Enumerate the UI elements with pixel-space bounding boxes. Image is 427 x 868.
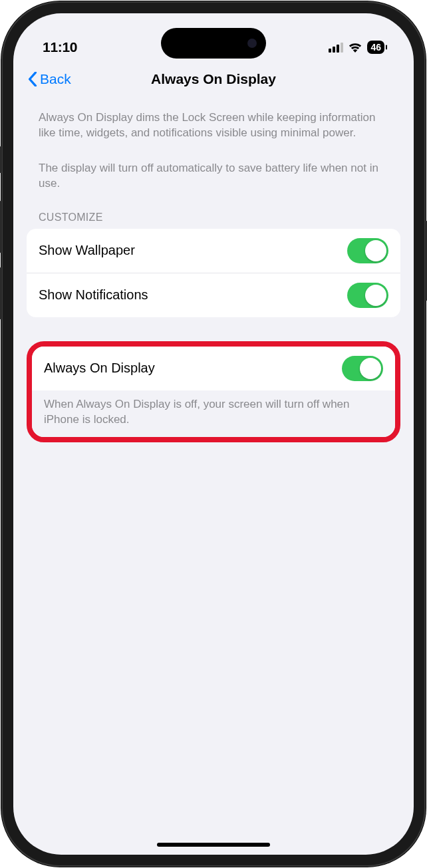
always-on-display-label: Always On Display <box>44 361 155 376</box>
battery-icon: 46 <box>367 41 384 54</box>
always-on-display-row[interactable]: Always On Display <box>32 347 395 390</box>
home-indicator[interactable] <box>157 843 270 847</box>
wifi-icon <box>349 43 362 53</box>
back-button[interactable]: Back <box>28 71 71 87</box>
highlight-annotation: Always On Display When Always On Display… <box>27 341 400 442</box>
show-wallpaper-label: Show Wallpaper <box>39 243 135 258</box>
dynamic-island <box>161 28 266 59</box>
show-notifications-row[interactable]: Show Notifications <box>27 273 400 317</box>
show-notifications-toggle[interactable] <box>347 283 388 308</box>
description-2: The display will turn off automatically … <box>27 156 400 192</box>
always-on-display-toggle[interactable] <box>342 356 383 381</box>
back-label: Back <box>40 71 71 87</box>
aod-footnote: When Always On Display is off, your scre… <box>32 390 395 437</box>
status-time: 11:10 <box>43 39 77 55</box>
navigation-bar: Back Always On Display <box>13 61 414 97</box>
show-notifications-label: Show Notifications <box>39 287 148 303</box>
show-wallpaper-row[interactable]: Show Wallpaper <box>27 229 400 273</box>
customize-list: Show Wallpaper Show Notifications <box>27 229 400 317</box>
page-title: Always On Display <box>151 71 276 87</box>
customize-header: CUSTOMIZE <box>27 206 400 229</box>
description-1: Always On Display dims the Lock Screen w… <box>27 105 400 141</box>
aod-list: Always On Display <box>32 347 395 390</box>
cellular-icon <box>329 43 343 53</box>
show-wallpaper-toggle[interactable] <box>347 238 388 263</box>
chevron-left-icon <box>28 72 37 86</box>
